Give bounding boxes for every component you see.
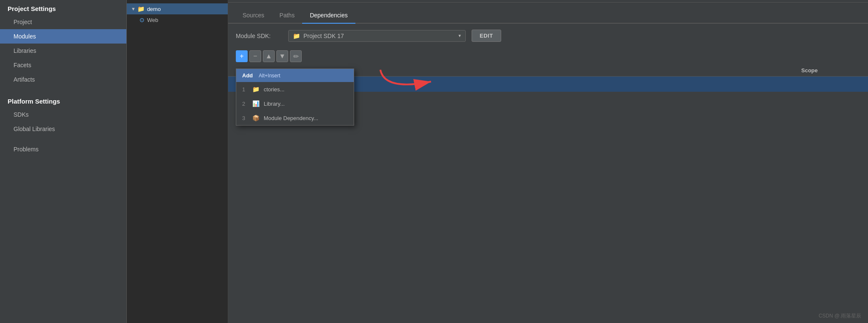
tree-panel: ▼ 📁 demo ⊙ Web: [127, 0, 228, 323]
popup-shortcut: Alt+Insert: [259, 73, 280, 79]
popup-item2-icon: 📊: [252, 100, 259, 107]
tree-item-demo[interactable]: ▼ 📁 demo: [127, 3, 228, 14]
tab-sources[interactable]: Sources: [235, 8, 272, 24]
popup-item1-icon: 📁: [252, 86, 259, 93]
popup-item3-label: Module Dependency...: [264, 115, 318, 121]
popup-item2-label: Library...: [264, 101, 285, 107]
popup-item1-num: 1: [242, 86, 248, 93]
popup-item3-icon: 📦: [252, 115, 259, 121]
tree-arrow-icon: ▼: [131, 6, 136, 11]
watermark: CSDN @.雨落星辰: [819, 312, 861, 320]
sdk-label: Module SDK:: [236, 33, 282, 39]
sdk-folder-icon: 📁: [293, 33, 300, 39]
dep-scope-header: Scope: [801, 67, 860, 74]
tree-item-web-label: Web: [147, 17, 158, 23]
popup-item-1[interactable]: 1 📁 ctories...: [236, 82, 354, 96]
popup-menu: Add Alt+Insert 1 📁 ctories... 2 📊 Librar…: [236, 68, 354, 126]
sdk-value: Project SDK 17: [303, 33, 344, 39]
popup-header: Add Alt+Insert: [236, 69, 354, 82]
popup-item2-num: 2: [242, 101, 248, 107]
tab-paths[interactable]: Paths: [272, 8, 302, 24]
move-down-button[interactable]: ▼: [276, 50, 288, 62]
sidebar-item-problems[interactable]: Problems: [0, 142, 126, 156]
sdk-row: Module SDK: 📁 Project SDK 17 ▾ EDIT: [228, 24, 868, 48]
main-content: Sources Paths Dependencies Module SDK: 📁…: [228, 0, 868, 323]
web-icon: ⊙: [139, 16, 145, 23]
sidebar-item-artifacts[interactable]: Artifacts: [0, 72, 126, 87]
sidebar-item-project[interactable]: Project: [0, 15, 126, 29]
sidebar-item-libraries[interactable]: Libraries: [0, 44, 126, 58]
tree-item-demo-label: demo: [147, 6, 161, 12]
edit-dep-button[interactable]: ✏: [290, 50, 302, 62]
folder-icon: 📁: [137, 5, 145, 12]
sidebar: Project Settings Project Modules Librari…: [0, 0, 127, 323]
sdk-dropdown[interactable]: 📁 Project SDK 17 ▾: [288, 30, 466, 42]
remove-button[interactable]: −: [249, 50, 261, 62]
move-up-button[interactable]: ▲: [263, 50, 275, 62]
popup-item-2[interactable]: 2 📊 Library...: [236, 96, 354, 111]
project-settings-title: Project Settings: [0, 0, 126, 15]
popup-add-label: Add: [242, 72, 253, 79]
sidebar-item-sdks[interactable]: SDKs: [0, 107, 126, 122]
sidebar-item-global-libraries[interactable]: Global Libraries: [0, 122, 126, 136]
popup-item3-num: 3: [242, 115, 248, 121]
sdk-inner: 📁 Project SDK 17: [293, 33, 344, 39]
popup-item-3[interactable]: 3 📦 Module Dependency...: [236, 111, 354, 125]
chevron-down-icon: ▾: [459, 33, 461, 38]
sidebar-item-modules[interactable]: Modules: [0, 29, 126, 44]
platform-settings-title: Platform Settings: [0, 93, 126, 107]
tabs-bar: Sources Paths Dependencies: [228, 3, 868, 24]
sidebar-item-facets[interactable]: Facets: [0, 58, 126, 72]
add-button[interactable]: +: [236, 50, 248, 62]
popup-item1-label: ctories...: [264, 86, 284, 93]
tab-dependencies[interactable]: Dependencies: [302, 8, 355, 24]
toolbar-row: + − ▲ ▼ ✏: [228, 48, 868, 65]
edit-button[interactable]: EDIT: [472, 30, 501, 42]
tree-item-web[interactable]: ⊙ Web: [127, 14, 228, 25]
